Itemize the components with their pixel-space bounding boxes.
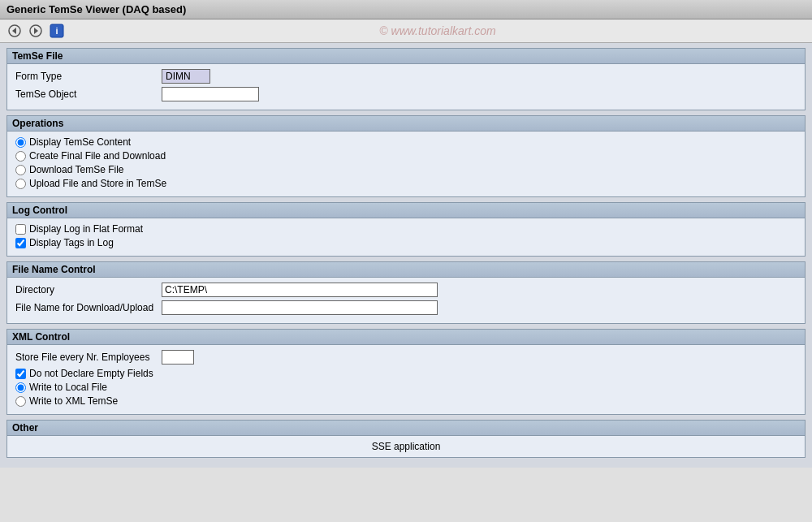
lc2-checkbox[interactable]: [15, 238, 26, 248]
main-content: TemSe File Form Type DIMN TemSe Object O…: [0, 43, 812, 468]
store-file-row: Store File every Nr. Employees: [15, 350, 797, 365]
svg-marker-1: [12, 28, 16, 34]
log-control-body: Display Log in Flat Format Display Tags …: [7, 218, 805, 256]
sse-label: SSE application: [372, 441, 441, 452]
form-type-label: Form Type: [15, 71, 162, 82]
lc2-label: Display Tags in Log: [29, 237, 114, 248]
log-control-header: Log Control: [7, 203, 805, 218]
forward-icon[interactable]: [28, 23, 44, 39]
temse-object-label: TemSe Object: [15, 88, 162, 100]
xr1-radio[interactable]: [15, 382, 26, 393]
temse-object-row: TemSe Object: [15, 87, 797, 101]
back-icon[interactable]: [6, 23, 23, 39]
lc1-label: Display Log in Flat Format: [29, 223, 143, 235]
operations-body: Display TemSe Content Create Final File …: [7, 132, 805, 196]
form-type-value: DIMN: [162, 69, 210, 84]
temse-object-input[interactable]: [162, 87, 259, 101]
op2-row: Create Final File and Download: [15, 150, 797, 162]
op1-radio[interactable]: [15, 137, 26, 148]
info-icon[interactable]: i: [49, 23, 65, 39]
log-control-section: Log Control Display Log in Flat Format D…: [6, 202, 806, 257]
directory-row: Directory: [15, 283, 797, 297]
filename-row: File Name for Download/Upload: [15, 300, 797, 315]
xml-control-section: XML Control Store File every Nr. Employe…: [6, 329, 806, 415]
xr2-row: Write to XML TemSe: [15, 395, 797, 407]
other-header: Other: [7, 421, 805, 436]
op4-radio[interactable]: [15, 179, 26, 189]
op3-label: Download TemSe File: [29, 164, 124, 175]
op1-label: Display TemSe Content: [29, 136, 131, 148]
xc1-row: Do not Declare Empty Fields: [15, 368, 797, 379]
xml-control-body: Store File every Nr. Employees Do not De…: [7, 345, 805, 414]
form-type-row: Form Type DIMN: [15, 69, 797, 84]
directory-input[interactable]: [162, 283, 438, 297]
op1-row: Display TemSe Content: [15, 136, 797, 148]
svg-marker-3: [34, 28, 38, 34]
xr1-row: Write to Local File: [15, 382, 797, 393]
xml-control-header: XML Control: [7, 330, 805, 345]
lc2-row: Display Tags in Log: [15, 237, 797, 248]
temse-file-header: TemSe File: [7, 49, 805, 64]
other-body: SSE application: [7, 436, 805, 457]
operations-header: Operations: [7, 116, 805, 132]
lc1-checkbox[interactable]: [15, 224, 26, 235]
xr2-label: Write to XML TemSe: [29, 395, 118, 407]
toolbar: i © www.tutorialkart.com: [0, 19, 812, 43]
xc1-checkbox[interactable]: [15, 369, 26, 379]
filename-label: File Name for Download/Upload: [15, 302, 162, 313]
xr2-radio[interactable]: [15, 396, 26, 407]
op3-row: Download TemSe File: [15, 164, 797, 175]
window-title: Generic TemSe Viewer (DAQ based): [6, 3, 186, 15]
op4-label: Upload File and Store in TemSe: [29, 178, 166, 189]
op2-radio[interactable]: [15, 151, 26, 162]
file-name-control-body: Directory File Name for Download/Upload: [7, 278, 805, 323]
temse-file-section: TemSe File Form Type DIMN TemSe Object: [6, 48, 806, 110]
lc1-row: Display Log in Flat Format: [15, 223, 797, 235]
op2-label: Create Final File and Download: [29, 150, 166, 162]
temse-file-body: Form Type DIMN TemSe Object: [7, 64, 805, 110]
operations-section: Operations Display TemSe Content Create …: [6, 115, 806, 197]
other-section: Other SSE application: [6, 420, 806, 458]
store-file-label: Store File every Nr. Employees: [15, 352, 162, 363]
op4-row: Upload File and Store in TemSe: [15, 178, 797, 189]
file-name-control-section: File Name Control Directory File Name fo…: [6, 261, 806, 324]
filename-input[interactable]: [162, 300, 438, 315]
watermark: © www.tutorialkart.com: [70, 24, 806, 37]
title-bar: Generic TemSe Viewer (DAQ based): [0, 0, 812, 19]
op3-radio[interactable]: [15, 165, 26, 175]
directory-label: Directory: [15, 284, 162, 296]
svg-text:i: i: [55, 26, 58, 36]
xc1-label: Do not Declare Empty Fields: [29, 368, 153, 379]
xr1-label: Write to Local File: [29, 382, 107, 393]
store-file-input[interactable]: [162, 350, 194, 365]
file-name-control-header: File Name Control: [7, 262, 805, 278]
